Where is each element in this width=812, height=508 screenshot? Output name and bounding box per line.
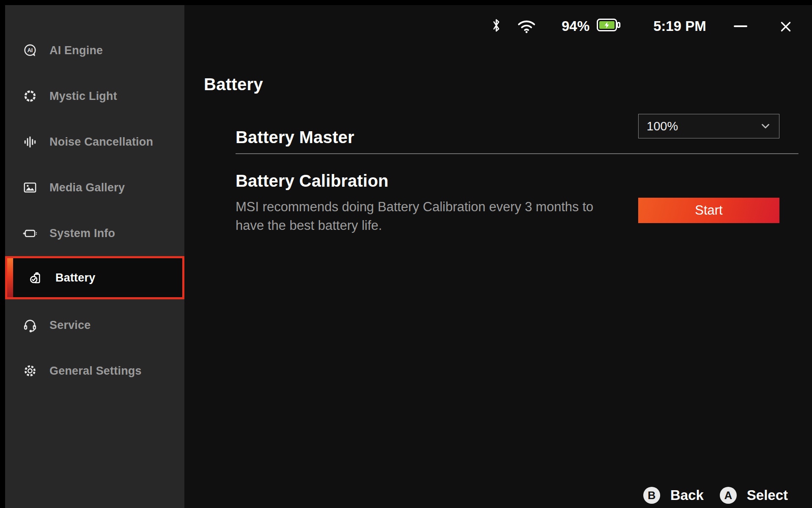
battery-percent: 94% [562,18,590,34]
sidebar-item-label: General Settings [49,364,142,378]
section-divider [236,153,798,154]
battery-calibration-title: Battery Calibration [236,171,389,190]
sidebar: AI AI Engine Mystic Light Noise Cancella… [5,5,184,508]
sidebar-item-noise-cancellation[interactable]: Noise Cancellation [5,120,184,163]
sidebar-item-label: AI Engine [49,44,103,57]
close-icon[interactable] [779,20,793,33]
gamepad-b-icon: B [643,487,660,504]
footer-hints: B Back A Select [643,485,788,505]
sidebar-item-label: System Info [49,227,115,240]
page-title: Battery [204,75,263,94]
system-info-icon [22,226,38,241]
battery-check-icon [28,270,44,285]
dropdown-value: 100% [647,119,678,133]
media-gallery-icon [22,180,38,195]
sidebar-item-label: Noise Cancellation [49,135,153,149]
wifi-icon [517,18,536,34]
gear-icon [22,363,38,378]
start-button[interactable]: Start [638,198,779,223]
sidebar-item-service[interactable]: Service [5,304,184,347]
sidebar-item-media-gallery[interactable]: Media Gallery [5,166,184,209]
hint-label: Select [747,487,788,503]
sidebar-item-general-settings[interactable]: General Settings [5,349,184,392]
bluetooth-icon [491,17,502,34]
sidebar-item-battery[interactable]: Battery [5,256,184,299]
selected-accent-strip [7,258,13,297]
headset-icon [22,318,38,333]
battery-charging-icon [596,18,621,33]
gamepad-a-icon: A [720,487,737,504]
hint-label: Back [670,487,704,503]
svg-text:AI: AI [27,47,33,53]
hint-back[interactable]: B Back [643,487,704,504]
sidebar-item-label: Service [49,319,91,332]
minimize-icon[interactable] [734,25,747,27]
sidebar-item-ai-engine[interactable]: AI AI Engine [5,29,184,72]
clock-time: 5:19 PM [653,18,706,34]
chevron-down-icon [758,119,773,134]
sidebar-item-label: Media Gallery [49,181,125,194]
battery-master-dropdown[interactable]: 100% [638,114,779,138]
noise-cancellation-icon [22,134,38,149]
sidebar-item-label: Battery [55,271,95,284]
mystic-light-icon [22,88,38,104]
sidebar-item-mystic-light[interactable]: Mystic Light [5,75,184,118]
battery-calibration-description: MSI recommends doing Battery Calibration… [236,198,616,235]
battery-master-label: Battery Master [236,128,354,147]
hint-select[interactable]: A Select [720,487,788,504]
ai-engine-icon: AI [22,43,38,58]
content-area [184,5,812,508]
sidebar-item-system-info[interactable]: System Info [5,212,184,255]
sidebar-item-label: Mystic Light [49,90,117,103]
